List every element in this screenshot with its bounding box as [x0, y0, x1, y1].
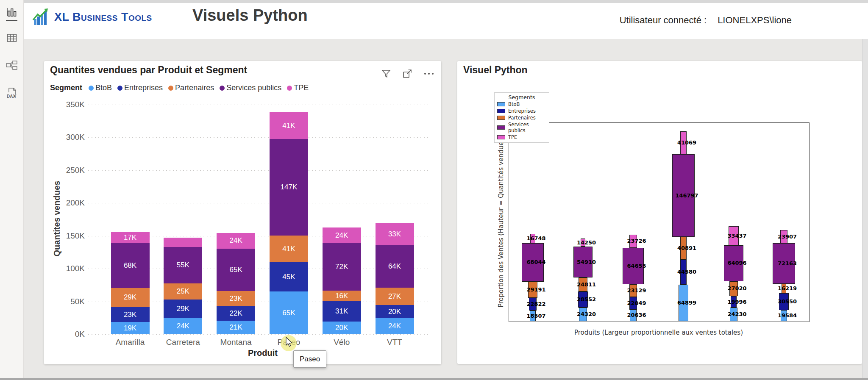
python-legend-label: TPE — [508, 134, 517, 140]
sidebar-item-table[interactable] — [0, 29, 23, 47]
user-label: Utilisateur connecté : — [620, 15, 707, 26]
sidebar: DAX — [0, 0, 24, 378]
python-value-label: 24320 — [568, 311, 606, 317]
app-window: DAX XL Business Tools Visuels Python Uti… — [0, 0, 868, 380]
python-value-label: 24230 — [718, 311, 756, 317]
python-figure: Segments BtoBEntreprisesPartenairesServi… — [457, 61, 862, 364]
bar-value-label: 29K — [111, 293, 150, 302]
pbi-x-axis-title: Produit — [248, 348, 278, 358]
python-value-label: 14250 — [568, 240, 606, 246]
bar-value-label: 65K — [270, 309, 308, 317]
page-title: Visuels Python — [192, 6, 308, 25]
python-legend-label: BtoB — [508, 101, 520, 107]
python-legend-label: Entreprises — [508, 108, 536, 114]
header: XL Business Tools Visuels Python Utilisa… — [24, 3, 868, 39]
python-value-label: 18507 — [517, 313, 555, 319]
bar-value-label: 68K — [111, 261, 150, 270]
bar-value-label: 23K — [111, 311, 150, 319]
logo-text: XL Business Tools — [54, 11, 152, 24]
bar-value-label: 55K — [164, 261, 202, 269]
python-x-axis-label: Produits (Largeur proportionnelle aux ve… — [574, 329, 743, 336]
pbi-y-axis-title: Quantites vendues — [52, 181, 62, 257]
table-icon — [6, 32, 18, 44]
model-icon — [6, 60, 18, 72]
python-value-label: 64899 — [668, 300, 706, 306]
window-top-strip — [23, 0, 868, 3]
pbi-visual-card[interactable]: Quantites vendues par Produit et Segment… — [44, 61, 441, 364]
bar-value-label: 45K — [270, 273, 308, 281]
python-legend-item: TPE — [495, 134, 549, 141]
python-value-label: 23907 — [768, 234, 807, 240]
tooltip: Paseo — [293, 350, 326, 368]
bar-value-label: 22K — [217, 309, 255, 318]
python-legend-item: Services publics — [495, 121, 549, 134]
python-value-label: 23129 — [618, 288, 656, 294]
y-tick-label: 200K — [44, 199, 85, 207]
python-value-label: 24811 — [568, 282, 606, 288]
python-value-label: 29191 — [517, 287, 555, 293]
bar-chart-icon — [6, 7, 18, 19]
y-tick-label: 250K — [44, 166, 85, 175]
python-visual-card[interactable]: Visuel Python Segments BtoBEntreprisesPa… — [457, 61, 862, 364]
python-y-axis-label: Proportion des Ventes (Hauteur = Quantit… — [497, 136, 505, 307]
bar-value-label: 24K — [376, 322, 414, 330]
bar-value-label: 147K — [270, 183, 308, 191]
gridline — [88, 203, 429, 203]
python-value-label: 41069 — [668, 140, 706, 146]
bar-value-label: 24K — [323, 231, 361, 240]
bar-value-label: 24K — [217, 236, 255, 245]
python-value-label: 23726 — [618, 238, 656, 244]
category-label: Amarilla — [105, 338, 156, 347]
python-value-label: 64096 — [718, 260, 756, 266]
category-label: VTT — [369, 338, 420, 347]
python-legend-swatch-icon — [497, 135, 505, 139]
category-label: Montana — [211, 338, 262, 347]
python-legend-swatch-icon — [497, 109, 505, 113]
bar-value-label: 31K — [323, 307, 361, 316]
scrollbar[interactable] — [862, 3, 868, 378]
y-tick-label: 300K — [44, 133, 85, 141]
python-value-label: 54910 — [568, 259, 606, 265]
python-legend-item: Partenaires — [495, 114, 549, 121]
bar-value-label: 41K — [270, 245, 308, 253]
bar-value-label: 24K — [164, 322, 202, 330]
category-label: Vélo — [316, 338, 367, 347]
bar-value-label: 33K — [376, 230, 414, 239]
python-value-label: 72163 — [768, 261, 807, 266]
category-label: Paseo — [263, 338, 314, 347]
app-logo: XL Business Tools — [31, 7, 152, 27]
gridline — [88, 334, 429, 335]
y-tick-label: 50K — [44, 297, 85, 306]
gridline — [88, 170, 429, 171]
python-legend-swatch-icon — [497, 102, 505, 106]
python-value-label: 40891 — [668, 245, 706, 251]
bar-value-label: 72K — [323, 263, 361, 271]
user-value: LIONELXPS\lione — [718, 15, 792, 26]
sidebar-item-dax[interactable]: DAX — [0, 84, 23, 103]
bar-value-label: 19K — [111, 324, 150, 333]
python-value-label: 22822 — [517, 301, 555, 307]
bar-value-label: 17K — [111, 233, 150, 242]
window-bottom-edge — [0, 378, 868, 380]
y-tick-label: 100K — [44, 264, 85, 273]
python-value-label: 20636 — [618, 312, 656, 318]
python-value-label: 16219 — [768, 286, 807, 291]
python-value-label: 28552 — [568, 297, 606, 302]
python-value-label: 19584 — [768, 313, 807, 319]
bar-segment[interactable] — [164, 238, 202, 247]
python-value-label: 33437 — [718, 233, 756, 239]
y-tick-label: 150K — [44, 232, 85, 240]
user-session: Utilisateur connecté : LIONELXPS\lione — [620, 15, 792, 26]
python-value-label: 19996 — [718, 299, 756, 305]
pbi-plot-area: 0K50K100K150K200K250K300K350K19K24K21K65… — [44, 61, 441, 364]
python-legend-swatch-icon — [497, 125, 505, 130]
python-value-label: 30550 — [768, 299, 807, 305]
bar-value-label: 41K — [270, 122, 308, 130]
python-legend-label: Services publics — [508, 122, 546, 133]
python-value-label: 27020 — [718, 286, 756, 291]
logo-chart-icon — [31, 7, 50, 27]
sidebar-item-visuals[interactable] — [0, 3, 23, 22]
sidebar-item-model[interactable] — [0, 56, 23, 75]
gridline — [88, 137, 429, 138]
bar-value-label: 25K — [164, 287, 202, 296]
